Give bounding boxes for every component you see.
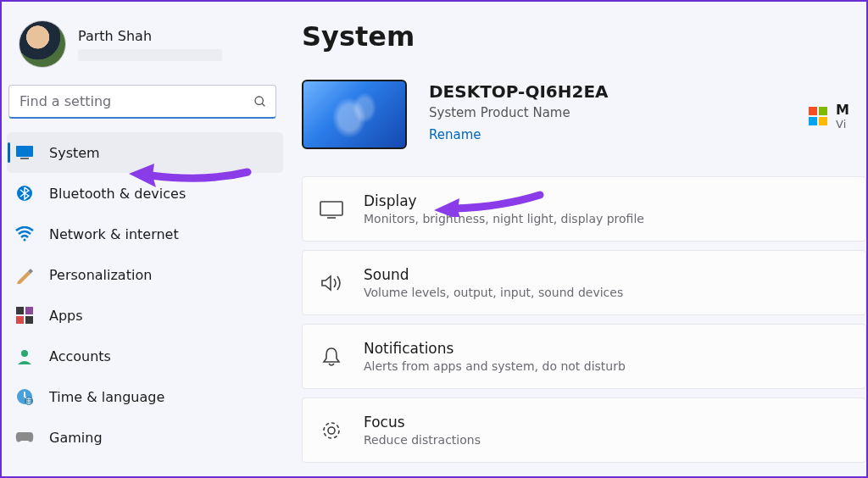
svg-point-0 — [255, 97, 263, 104]
card-notifications[interactable]: Notifications Alerts from apps and syste… — [302, 324, 866, 389]
svg-rect-6 — [16, 307, 24, 314]
system-icon — [15, 143, 34, 162]
sidebar-item-accounts[interactable]: Accounts — [7, 336, 283, 376]
card-focus[interactable]: Focus Reduce distractions — [302, 397, 866, 463]
svg-line-1 — [262, 103, 264, 106]
sidebar-item-label: Personalization — [49, 267, 152, 283]
ms-tile-sub: Vi — [836, 118, 849, 131]
search-input[interactable] — [19, 93, 253, 109]
personalization-icon — [15, 265, 34, 284]
device-info-row: DESKTOP-QI6H2EA System Product Name Rena… — [302, 80, 866, 149]
card-desc: Alerts from apps and system, do not dist… — [364, 359, 626, 373]
sidebar-item-label: Accounts — [49, 348, 111, 364]
microsoft-365-tile[interactable]: M Vi — [809, 102, 849, 131]
gaming-icon — [15, 428, 34, 447]
profile-block[interactable]: Parth Shah — [7, 15, 283, 85]
sidebar-item-label: Bluetooth & devices — [49, 186, 186, 202]
sidebar-item-label: System — [49, 145, 100, 161]
device-name: DESKTOP-QI6H2EA — [429, 81, 609, 102]
search-input-wrap[interactable] — [8, 85, 276, 119]
sidebar: Parth Shah System Bluetooth & devices Ne… — [2, 2, 288, 476]
display-icon — [320, 197, 343, 221]
svg-rect-9 — [25, 316, 33, 324]
svg-rect-8 — [16, 316, 24, 324]
svg-rect-2 — [16, 146, 33, 157]
apps-icon — [15, 306, 34, 325]
sidebar-item-gaming[interactable]: Gaming — [7, 417, 283, 458]
sidebar-item-label: Time & language — [49, 389, 164, 405]
card-title: Notifications — [364, 340, 626, 357]
sidebar-item-system[interactable]: System — [7, 132, 283, 173]
user-name: Parth Shah — [78, 28, 222, 44]
user-email-placeholder — [78, 49, 222, 61]
card-desc: Reduce distractions — [364, 433, 481, 447]
sidebar-item-personalization[interactable]: Personalization — [7, 254, 283, 295]
sidebar-nav: System Bluetooth & devices Network & int… — [7, 132, 283, 458]
card-title: Display — [364, 192, 644, 209]
device-product-name: System Product Name — [429, 105, 609, 120]
settings-cards: Display Monitors, brightness, night ligh… — [302, 176, 866, 463]
page-title: System — [302, 20, 866, 53]
ms-tile-title: M — [836, 102, 849, 118]
sidebar-item-label: Apps — [49, 308, 83, 324]
card-desc: Volume levels, output, input, sound devi… — [364, 286, 623, 299]
svg-point-5 — [24, 239, 26, 242]
card-desc: Monitors, brightness, night light, displ… — [364, 212, 644, 225]
svg-point-10 — [21, 350, 28, 357]
bluetooth-icon — [15, 184, 34, 203]
svg-point-16 — [328, 427, 335, 434]
svg-rect-7 — [25, 307, 33, 314]
avatar — [19, 20, 66, 68]
device-thumbnail — [302, 80, 407, 149]
sidebar-item-time-language[interactable]: Time & language — [7, 376, 283, 417]
sound-icon — [320, 271, 343, 295]
sidebar-item-apps[interactable]: Apps — [7, 295, 283, 336]
time-icon — [15, 387, 34, 406]
notifications-icon — [320, 345, 343, 369]
focus-icon — [320, 419, 343, 442]
microsoft-logo-icon — [809, 107, 827, 125]
card-sound[interactable]: Sound Volume levels, output, input, soun… — [302, 250, 866, 315]
card-title: Focus — [364, 414, 481, 431]
sidebar-item-bluetooth[interactable]: Bluetooth & devices — [7, 173, 283, 214]
svg-rect-13 — [320, 202, 342, 215]
card-display[interactable]: Display Monitors, brightness, night ligh… — [302, 176, 866, 242]
main-content: System DESKTOP-QI6H2EA System Product Na… — [288, 2, 866, 476]
accounts-icon — [15, 347, 34, 365]
sidebar-item-label: Gaming — [49, 430, 103, 446]
svg-rect-3 — [20, 158, 29, 159]
search-icon — [253, 95, 267, 108]
svg-point-15 — [324, 423, 339, 438]
sidebar-item-label: Network & internet — [49, 226, 179, 242]
rename-link[interactable]: Rename — [429, 127, 481, 142]
card-title: Sound — [364, 266, 623, 283]
sidebar-item-network[interactable]: Network & internet — [7, 214, 283, 254]
wifi-icon — [15, 225, 34, 243]
